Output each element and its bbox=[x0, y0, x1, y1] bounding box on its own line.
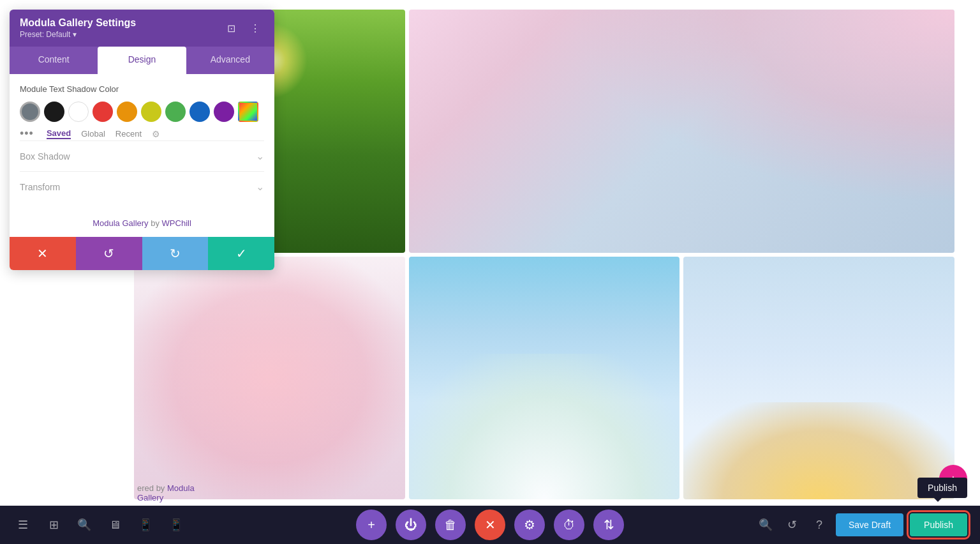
gallery-image-white-flowers bbox=[409, 257, 680, 500]
power-button[interactable]: ⏻ bbox=[396, 510, 426, 540]
box-shadow-chevron: ⌄ bbox=[256, 150, 264, 162]
swatch-orange[interactable] bbox=[117, 102, 137, 122]
panel-actions: ✕ ↺ ↻ ✓ bbox=[10, 237, 274, 270]
cancel-button[interactable]: ✕ bbox=[10, 237, 76, 270]
fullscreen-icon[interactable]: ⊡ bbox=[222, 19, 240, 37]
color-tab-saved[interactable]: Saved bbox=[47, 128, 71, 139]
panel-content: Module Text Shadow Color bbox=[10, 74, 274, 212]
add-button[interactable]: + bbox=[356, 510, 387, 540]
tab-content[interactable]: Content bbox=[10, 47, 98, 74]
swatch-gradient[interactable] bbox=[238, 102, 258, 122]
more-swatches-row: ••• Saved Global Recent ⚙ bbox=[20, 127, 264, 140]
credit-modula-link[interactable]: Modula bbox=[167, 483, 195, 493]
more-colors-button[interactable]: ••• bbox=[20, 127, 34, 140]
refresh-icon[interactable]: ↺ bbox=[782, 515, 803, 535]
close-button[interactable]: ✕ bbox=[475, 510, 505, 540]
color-tab-recent[interactable]: Recent bbox=[115, 129, 142, 139]
gallery-image-pink-bottom bbox=[134, 257, 405, 500]
panel-footer: Modula Gallery by WPChill bbox=[10, 212, 274, 237]
footer-by: by bbox=[151, 218, 161, 228]
publish-tooltip: Publish bbox=[917, 478, 967, 498]
tab-advanced[interactable]: Advanced bbox=[186, 47, 274, 74]
modula-gallery-link[interactable]: Modula Gallery bbox=[93, 218, 148, 228]
desktop-icon[interactable]: 🖥 bbox=[105, 515, 125, 535]
more-options-icon[interactable]: ⋮ bbox=[246, 19, 264, 37]
box-shadow-section[interactable]: Box Shadow ⌄ bbox=[20, 140, 264, 171]
swatch-red[interactable] bbox=[93, 102, 113, 122]
box-shadow-label: Box Shadow bbox=[20, 151, 70, 162]
save-draft-button[interactable]: Save Draft bbox=[836, 513, 903, 536]
help-icon[interactable]: ? bbox=[809, 515, 829, 535]
hamburger-icon[interactable]: ☰ bbox=[13, 515, 33, 535]
history-button[interactable]: ⏱ bbox=[554, 510, 584, 540]
sort-button[interactable]: ⇅ bbox=[593, 510, 624, 540]
settings-panel: Modula Gallery Settings Preset: Default … bbox=[10, 10, 274, 270]
credit-gallery-link[interactable]: Gallery bbox=[137, 493, 163, 502]
swatch-black[interactable] bbox=[44, 102, 64, 122]
redo-button[interactable]: ↻ bbox=[142, 237, 209, 270]
color-swatches-row bbox=[20, 102, 264, 122]
tablet-icon[interactable]: 📱 bbox=[135, 515, 156, 535]
swatch-yellow[interactable] bbox=[141, 102, 161, 122]
credit-prefix: ered by bbox=[137, 483, 167, 493]
undo-button[interactable]: ↺ bbox=[76, 237, 142, 270]
swatch-current[interactable] bbox=[20, 102, 40, 122]
delete-button[interactable]: 🗑 bbox=[435, 510, 466, 540]
panel-subtitle[interactable]: Preset: Default ▾ bbox=[20, 30, 136, 39]
color-filter-tabs: Saved Global Recent ⚙ bbox=[47, 128, 160, 139]
search-icon[interactable]: 🔍 bbox=[74, 515, 94, 535]
panel-header: Modula Gallery Settings Preset: Default … bbox=[10, 10, 274, 47]
color-settings-icon[interactable]: ⚙ bbox=[152, 129, 160, 139]
mobile-icon[interactable]: 📱 bbox=[166, 515, 186, 535]
swatch-green[interactable] bbox=[165, 102, 186, 122]
bottom-toolbar: ☰ ⊞ 🔍 🖥 📱 📱 + ⏻ 🗑 ✕ ⚙ ⏱ ⇅ 🔍 ↺ ? Save Dra… bbox=[0, 506, 980, 544]
toolbar-center: + ⏻ 🗑 ✕ ⚙ ⏱ ⇅ bbox=[356, 510, 624, 540]
swatch-white[interactable] bbox=[68, 102, 89, 122]
color-section-label: Module Text Shadow Color bbox=[20, 84, 264, 94]
swatch-purple[interactable] bbox=[214, 102, 234, 122]
transform-chevron: ⌄ bbox=[256, 181, 264, 193]
transform-section[interactable]: Transform ⌄ bbox=[20, 171, 264, 202]
settings-button[interactable]: ⚙ bbox=[514, 510, 545, 540]
wireframe-icon[interactable]: ⊞ bbox=[43, 515, 64, 535]
panel-header-icons: ⊡ ⋮ bbox=[222, 19, 264, 37]
gallery-image-cherry-top bbox=[409, 10, 954, 253]
wpchill-link[interactable]: WPChill bbox=[162, 218, 191, 228]
panel-tabs: Content Design Advanced bbox=[10, 47, 274, 74]
zoom-icon[interactable]: 🔍 bbox=[755, 515, 776, 535]
swatch-blue[interactable] bbox=[189, 102, 210, 122]
panel-title: Modula Gallery Settings bbox=[20, 17, 136, 29]
confirm-button[interactable]: ✓ bbox=[208, 237, 274, 270]
gallery-image-sky-flowers bbox=[683, 257, 954, 500]
toolbar-left: ☰ ⊞ 🔍 🖥 📱 📱 bbox=[13, 515, 186, 535]
gallery-area: Modula Gallery Settings Preset: Default … bbox=[0, 0, 980, 544]
toolbar-right: 🔍 ↺ ? Save Draft Publish bbox=[755, 513, 967, 536]
modula-credit: ered by Modula Gallery bbox=[137, 483, 195, 502]
color-tab-global[interactable]: Global bbox=[81, 129, 105, 139]
panel-title-area: Modula Gallery Settings Preset: Default … bbox=[20, 17, 136, 39]
publish-button[interactable]: Publish bbox=[910, 513, 967, 536]
transform-label: Transform bbox=[20, 182, 60, 192]
tab-design[interactable]: Design bbox=[98, 47, 186, 74]
